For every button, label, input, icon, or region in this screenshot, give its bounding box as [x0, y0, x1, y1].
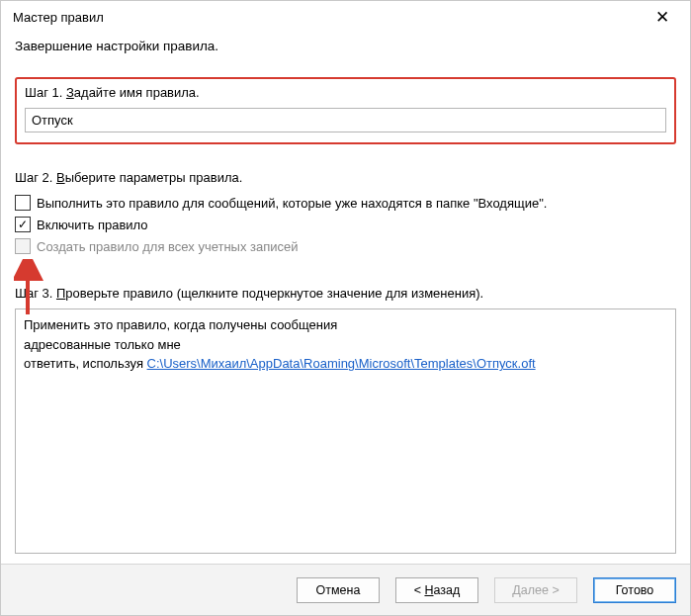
step1-section: Шаг 1. Задайте имя правила.: [15, 77, 676, 144]
step2-section: Шаг 2. Выберите параметры правила. Выпол…: [15, 170, 676, 260]
checkbox-label: Включить правило: [37, 218, 148, 232]
titlebar: Мастер правил ✕: [1, 1, 690, 33]
checkbox-icon: ✓: [15, 217, 31, 232]
dialog-footer: Отмена < Назад Далее > Готово: [1, 564, 690, 615]
rule-name-input[interactable]: [25, 108, 666, 132]
close-icon: ✕: [655, 7, 669, 28]
step1-label: Шаг 1. Задайте имя правила.: [25, 85, 666, 100]
template-path-link[interactable]: C:\Users\Михаил\AppData\Roaming\Microsof…: [147, 356, 536, 371]
checkbox-label: Создать правило для всех учетных записей: [37, 239, 299, 254]
dialog-body: Завершение настройки правила. Шаг 1. Зад…: [1, 33, 690, 564]
step2-label: Шаг 2. Выберите параметры правила.: [15, 170, 676, 185]
checkbox-all-accounts: Создать правило для всех учетных записей: [15, 238, 676, 254]
back-button[interactable]: < Назад: [395, 577, 478, 603]
desc-line-2: адресованные только мне: [24, 335, 667, 355]
checkbox-icon: [15, 238, 31, 254]
step3-label: Шаг 3. Проверьте правило (щелкните подче…: [15, 286, 676, 301]
next-button: Далее >: [494, 577, 577, 603]
cancel-button[interactable]: Отмена: [297, 577, 380, 603]
checkbox-enable-rule[interactable]: ✓ Включить правило: [15, 217, 676, 232]
desc-line-3: ответить, используя C:\Users\Михаил\AppD…: [24, 354, 667, 374]
window-title: Мастер правил: [13, 10, 643, 25]
desc-line-1: Применить это правило, когда получены со…: [24, 315, 667, 335]
close-button[interactable]: ✕: [643, 3, 682, 31]
checkbox-run-now[interactable]: Выполнить это правило для сообщений, кот…: [15, 195, 676, 211]
finish-button[interactable]: Готово: [593, 577, 676, 603]
rule-description-box: Применить это правило, когда получены со…: [15, 308, 676, 554]
checkbox-label: Выполнить это правило для сообщений, кот…: [37, 196, 547, 211]
check-icon: ✓: [18, 219, 28, 230]
dialog-window: Мастер правил ✕ Завершение настройки пра…: [0, 0, 691, 616]
step3-section: Шаг 3. Проверьте правило (щелкните подче…: [15, 286, 676, 554]
dialog-subtitle: Завершение настройки правила.: [15, 39, 676, 53]
checkbox-icon: [15, 195, 31, 211]
